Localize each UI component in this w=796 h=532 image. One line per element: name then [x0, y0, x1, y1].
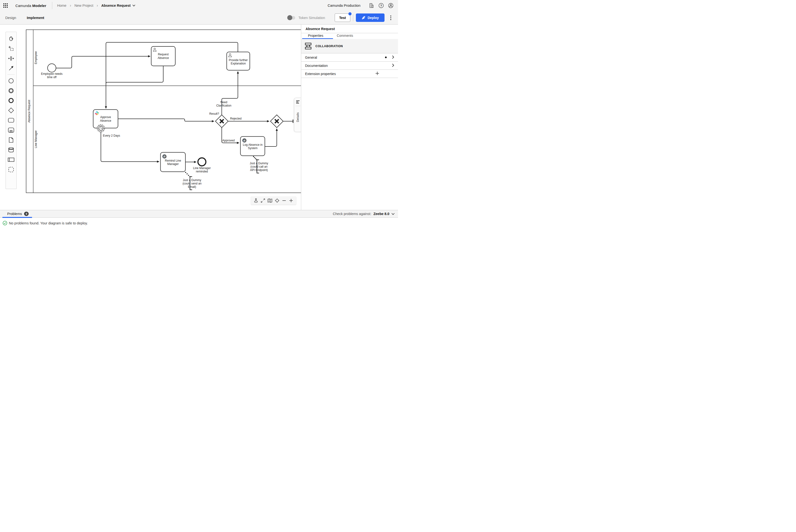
zoom-in-button[interactable]: [288, 198, 294, 204]
section-label: Documentation: [305, 64, 328, 68]
svg-text:(could call an: (could call an: [250, 165, 268, 168]
svg-text:(could send an: (could send an: [182, 182, 201, 185]
token-simulation-label: Token Simulation: [298, 16, 325, 20]
svg-text:?: ?: [380, 4, 382, 7]
organization-icon[interactable]: [367, 1, 376, 10]
label-need-line2[interactable]: Clarification: [216, 104, 231, 107]
reset-view-button[interactable]: [253, 198, 259, 204]
label-result[interactable]: Result?: [209, 112, 219, 115]
details-panel-toggle[interactable]: Details: [294, 98, 301, 132]
collaboration-icon: [305, 42, 312, 50]
breadcrumb-project[interactable]: New Project: [74, 4, 93, 7]
global-connect-tool[interactable]: [7, 63, 15, 73]
divider: [295, 106, 301, 106]
tab-comments[interactable]: Comments: [330, 33, 360, 39]
svg-text:Remind Line: Remind Line: [165, 159, 181, 162]
bottom-panel: Problems 0 Check problems against: Zeebe…: [0, 210, 398, 266]
create-gateway[interactable]: [7, 105, 15, 115]
token-simulation-toggle[interactable]: [288, 16, 295, 19]
panel-section-documentation[interactable]: Documentation: [301, 61, 398, 70]
svg-text:Explanation: Explanation: [231, 62, 246, 65]
fit-viewport-button[interactable]: [260, 198, 266, 204]
properties-tab-underline: [302, 38, 333, 39]
problems-tab-underline: [2, 217, 32, 218]
svg-text:R: R: [163, 155, 166, 158]
user-avatar-icon: [388, 3, 394, 8]
minimap-button[interactable]: [267, 198, 273, 204]
tab-design[interactable]: Design: [0, 11, 21, 24]
chevron-right-icon: [392, 55, 394, 60]
lane-label-line-manager: Line Manager: [34, 130, 38, 148]
deploy-button[interactable]: Deploy: [356, 14, 384, 22]
create-task[interactable]: [7, 115, 15, 125]
flow-end-tick: [293, 119, 293, 123]
divider: [353, 14, 353, 21]
create-end-event[interactable]: [7, 95, 15, 105]
task-approve-absence[interactable]: Approve Absence: [93, 110, 118, 128]
bpmn-canvas[interactable]: Absence Request Employee Line Manager Re…: [0, 24, 301, 210]
panel-section-general[interactable]: General: [301, 53, 398, 61]
element-type-header: COLLABORATION: [301, 39, 398, 53]
create-intermediate-event[interactable]: [7, 86, 15, 95]
building-icon: [369, 3, 374, 8]
task-request-absence[interactable]: Request Absence: [151, 46, 175, 66]
label-need-line1[interactable]: Need: [220, 100, 227, 104]
create-data-store[interactable]: [7, 145, 15, 155]
kebab-icon: [390, 15, 391, 20]
boundary-timer-event[interactable]: [97, 125, 105, 132]
add-extension-property-button[interactable]: [375, 72, 379, 76]
rest-connector-badge: R: [242, 138, 247, 142]
create-start-event[interactable]: [7, 76, 15, 86]
create-group[interactable]: [7, 165, 15, 174]
engine-version: Zeebe 8.0: [374, 212, 389, 216]
tab-implement[interactable]: Implement: [21, 11, 50, 24]
tab-problems[interactable]: Problems 0: [0, 212, 29, 216]
user-menu[interactable]: [386, 1, 396, 10]
create-participant[interactable]: [7, 155, 15, 165]
rocket-icon: [362, 16, 365, 20]
svg-text:time off: time off: [47, 76, 57, 79]
task-provide-further-explanation[interactable]: Provide further Explanation: [227, 52, 250, 70]
breadcrumb-home[interactable]: Home: [57, 4, 67, 7]
svg-text:Just a Dummy: Just a Dummy: [183, 178, 201, 182]
bpmn-palette: [5, 32, 17, 189]
space-tool[interactable]: [7, 53, 15, 63]
panel-section-extension-properties[interactable]: Extension properties: [301, 70, 398, 78]
task-remind-line-manager[interactable]: R Remind Line Manager: [161, 152, 186, 172]
lane-label-employee: Employee: [34, 51, 38, 64]
svg-text:Request: Request: [158, 53, 169, 56]
app-switcher-icon[interactable]: [0, 0, 11, 11]
svg-text:Line Manager: Line Manager: [193, 167, 211, 170]
zoom-out-button[interactable]: [281, 198, 287, 204]
label-rejected[interactable]: Rejected: [230, 117, 241, 120]
palette-divider: [7, 74, 15, 75]
svg-text:Just a Dummy: Just a Dummy: [250, 162, 268, 165]
center-selection-button[interactable]: [274, 198, 280, 204]
lasso-tool[interactable]: [7, 43, 15, 53]
hand-tool[interactable]: [7, 34, 15, 43]
task-log-absence-in-system[interactable]: R Log Absence in System: [240, 137, 265, 156]
breadcrumb: Home › New Project › Absence Request: [57, 3, 135, 8]
create-data-object[interactable]: [7, 135, 15, 145]
help-button[interactable]: ?: [376, 1, 386, 10]
chevron-down-icon: [392, 213, 395, 215]
organization-name[interactable]: Camunda Production: [328, 4, 360, 7]
divider: [52, 2, 52, 9]
top-bar: Camunda Modeler Home › New Project › Abs…: [0, 0, 398, 11]
test-button[interactable]: Test: [335, 14, 350, 22]
section-label: Extension properties: [305, 72, 336, 76]
create-subprocess[interactable]: [7, 125, 15, 135]
svg-text:Employee needs: Employee needs: [41, 72, 62, 76]
svg-text:Approve: Approve: [100, 115, 111, 119]
overflow-menu-button[interactable]: [386, 14, 395, 22]
svg-text:reminded: reminded: [196, 170, 208, 173]
chevron-down-icon: [132, 4, 135, 6]
label-approved[interactable]: Approved: [222, 139, 235, 142]
validation-status: No problems found. Your diagram is safe …: [0, 218, 398, 225]
breadcrumb-current-file[interactable]: Absence Request: [101, 4, 135, 7]
details-tab-label: Details: [296, 112, 300, 122]
breadcrumb-separator: ›: [96, 3, 98, 8]
label-timer[interactable]: Every 2 Days: [103, 134, 120, 137]
check-problems-control[interactable]: Check problems against: Zeebe 8.0: [333, 212, 398, 216]
breadcrumb-separator: ›: [70, 3, 71, 8]
